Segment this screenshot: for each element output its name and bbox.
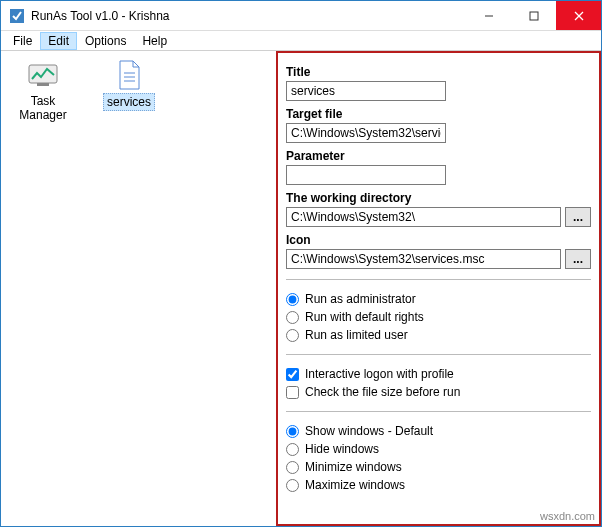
menu-help[interactable]: Help xyxy=(134,32,175,50)
icon-label: Icon xyxy=(286,233,591,247)
menu-edit[interactable]: Edit xyxy=(40,32,77,50)
workdir-input[interactable] xyxy=(286,207,561,227)
radio-input[interactable] xyxy=(286,479,299,492)
separator xyxy=(286,354,591,355)
desktop-item-taskmanager[interactable]: Task Manager xyxy=(7,57,79,123)
menu-file[interactable]: File xyxy=(5,32,40,50)
window-buttons xyxy=(466,1,601,30)
desktop-item-label: Task Manager xyxy=(7,93,79,123)
radio-input[interactable] xyxy=(286,293,299,306)
icon-input[interactable] xyxy=(286,249,561,269)
minimize-button[interactable] xyxy=(466,1,511,30)
option-label: Interactive logon with profile xyxy=(305,367,454,381)
parameter-input[interactable] xyxy=(286,165,446,185)
option-label: Check the file size before run xyxy=(305,385,460,399)
title-label: Title xyxy=(286,65,591,79)
filesize-check[interactable]: Check the file size before run xyxy=(286,383,591,401)
runas-limited-option[interactable]: Run as limited user xyxy=(286,326,591,344)
workdir-browse-button[interactable]: ... xyxy=(565,207,591,227)
taskmgr-icon xyxy=(27,59,59,91)
app-window: RunAs Tool v1.0 - Krishna File Edit Opti… xyxy=(0,0,602,527)
radio-input[interactable] xyxy=(286,329,299,342)
runas-default-option[interactable]: Run with default rights xyxy=(286,308,591,326)
app-icon xyxy=(9,8,25,24)
radio-input[interactable] xyxy=(286,425,299,438)
target-label: Target file xyxy=(286,107,591,121)
radio-input[interactable] xyxy=(286,443,299,456)
checkbox-input[interactable] xyxy=(286,368,299,381)
option-label: Run as administrator xyxy=(305,292,416,306)
winmode-max-option[interactable]: Maximize windows xyxy=(286,476,591,494)
option-label: Run with default rights xyxy=(305,310,424,324)
interactive-logon-check[interactable]: Interactive logon with profile xyxy=(286,365,591,383)
menu-options[interactable]: Options xyxy=(77,32,134,50)
properties-panel: Title Target file Parameter The working … xyxy=(276,51,601,526)
checkbox-input[interactable] xyxy=(286,386,299,399)
window-title: RunAs Tool v1.0 - Krishna xyxy=(31,9,466,23)
option-label: Minimize windows xyxy=(305,460,402,474)
titlebar: RunAs Tool v1.0 - Krishna xyxy=(1,1,601,31)
radio-input[interactable] xyxy=(286,311,299,324)
option-label: Hide windows xyxy=(305,442,379,456)
menubar: File Edit Options Help xyxy=(1,31,601,51)
close-button[interactable] xyxy=(556,1,601,30)
title-input[interactable] xyxy=(286,81,446,101)
winmode-min-option[interactable]: Minimize windows xyxy=(286,458,591,476)
svg-rect-6 xyxy=(37,83,49,86)
winmode-show-option[interactable]: Show windows - Default xyxy=(286,422,591,440)
maximize-button[interactable] xyxy=(511,1,556,30)
runas-admin-option[interactable]: Run as administrator xyxy=(286,290,591,308)
option-label: Maximize windows xyxy=(305,478,405,492)
workdir-label: The working directory xyxy=(286,191,591,205)
separator xyxy=(286,411,591,412)
radio-input[interactable] xyxy=(286,461,299,474)
shortcut-pane: Task Manager services xyxy=(1,51,276,526)
option-label: Show windows - Default xyxy=(305,424,433,438)
desktop-item-services[interactable]: services xyxy=(93,57,165,111)
desktop-item-label: services xyxy=(103,93,155,111)
winmode-hide-option[interactable]: Hide windows xyxy=(286,440,591,458)
file-icon xyxy=(113,59,145,91)
svg-rect-2 xyxy=(530,12,538,20)
icon-browse-button[interactable]: ... xyxy=(565,249,591,269)
parameter-label: Parameter xyxy=(286,149,591,163)
watermark: wsxdn.com xyxy=(540,510,595,522)
separator xyxy=(286,279,591,280)
option-label: Run as limited user xyxy=(305,328,408,342)
target-input[interactable] xyxy=(286,123,446,143)
